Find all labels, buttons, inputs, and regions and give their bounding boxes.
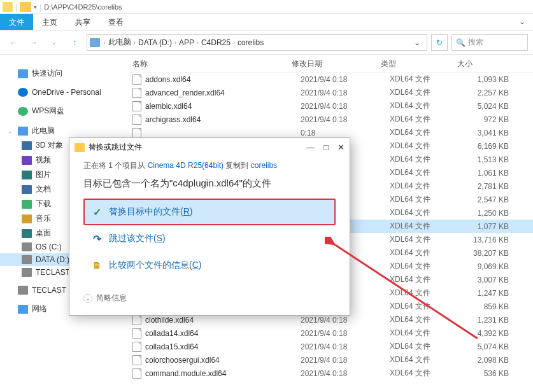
file-type: XDL64 文件 (390, 194, 466, 205)
minimize-button[interactable]: — (306, 143, 315, 152)
close-button[interactable]: ✕ (338, 143, 345, 152)
folder-icon (75, 143, 85, 152)
tab-home[interactable]: 主页 (33, 14, 66, 30)
file-size: 1,061 KB (466, 169, 528, 178)
file-type: XDL64 文件 (390, 341, 466, 352)
file-date: 0:18 (301, 129, 390, 137)
file-row[interactable]: alembic.xdl642021/9/4 0:18XDL64 文件5,024 … (127, 99, 533, 113)
recent-dropdown[interactable]: ⌄ (46, 34, 62, 51)
file-size: 6,169 KB (466, 142, 528, 151)
col-size[interactable]: 大小 (457, 59, 528, 69)
file-date: 2021/9/4 0:18 (301, 369, 390, 378)
chevron-right-icon[interactable]: › (195, 39, 200, 46)
star-icon (18, 69, 28, 78)
file-date: 2021/9/4 0:18 (301, 342, 390, 351)
chevron-right-icon[interactable]: › (103, 39, 107, 46)
chevron-down-icon: ⌄ (83, 294, 92, 303)
file-type: XDL64 文件 (390, 101, 466, 111)
separator: | (15, 3, 17, 11)
col-type[interactable]: 类型 (381, 59, 457, 69)
tab-view[interactable]: 查看 (99, 14, 132, 30)
file-icon (132, 368, 141, 379)
file-date: 2021/9/4 0:18 (301, 75, 390, 84)
crumb-c4dr25[interactable]: C4DR25 (201, 38, 231, 47)
file-type: XDL64 文件 (390, 207, 466, 218)
overflow-menu[interactable]: ▾ (34, 4, 37, 10)
file-type: XDL64 文件 (390, 167, 466, 178)
file-type: XDL64 文件 (390, 221, 466, 232)
sidebar-wps[interactable]: WPS网盘 (0, 104, 127, 118)
network-icon (18, 305, 28, 314)
crumb-drive[interactable]: DATA (D:) (138, 38, 172, 47)
col-name[interactable]: 名称 (132, 59, 292, 69)
file-row[interactable]: collada15.xdl642021/9/4 0:18XDL64 文件5,07… (127, 340, 533, 353)
file-icon (132, 355, 141, 365)
ribbon-collapse[interactable]: ⌄ (511, 14, 533, 30)
file-date: 2021/9/4 0:18 (301, 102, 390, 111)
file-size: 536 KB (466, 369, 528, 378)
file-size: 2,257 KB (466, 88, 528, 97)
option-compare[interactable]: 🗎 比较两个文件的信息(C) (83, 252, 336, 279)
file-icon (132, 328, 141, 339)
file-row[interactable]: addons.xdl642021/9/4 0:18XDL64 文件1,093 K… (127, 73, 533, 86)
up-button[interactable]: ↑ (66, 34, 83, 51)
option-replace[interactable]: ✓ 替换目标中的文件(R) (83, 199, 336, 225)
chevron-right-icon[interactable]: › (173, 39, 178, 46)
window-path: D:\APP\C4DR25\corelibs (44, 3, 122, 11)
file-name: command.module.xdl64 (145, 369, 301, 378)
crumb-app[interactable]: APP (179, 38, 194, 47)
file-row[interactable]: archigrass.xdl642021/9/4 0:18XDL64 文件972… (127, 113, 533, 126)
file-row[interactable]: advanced_render.xdl642021/9/4 0:18XDL64 … (127, 86, 533, 99)
dest-link[interactable]: corelibs (251, 161, 277, 170)
column-headers[interactable]: 名称 修改日期 类型 大小 (127, 55, 533, 73)
dialog-title-text: 替换或跳过文件 (89, 142, 142, 153)
file-name: collada14.xdl64 (145, 329, 301, 338)
file-name: advanced_render.xdl64 (145, 88, 301, 97)
dialog-footer[interactable]: ⌄ 简略信息 (69, 285, 350, 311)
breadcrumb-dropdown[interactable]: ⌄ (410, 38, 424, 47)
file-size: 972 KB (466, 115, 528, 124)
file-icon (132, 115, 141, 125)
drive-icon (22, 255, 32, 264)
cloud-icon (18, 88, 28, 97)
tab-file[interactable]: 文件 (0, 14, 33, 30)
forward-button: → (25, 34, 42, 51)
file-type: XDL64 文件 (390, 154, 466, 165)
sidebar-thispc[interactable]: ⌄此电脑 (0, 123, 127, 138)
source-link[interactable]: Cinema 4D R25(64bit) (148, 161, 224, 170)
chevron-right-icon[interactable]: › (132, 39, 137, 46)
download-icon (22, 200, 32, 209)
file-row[interactable]: collada14.xdl642021/9/4 0:18XDL64 文件4,39… (127, 326, 533, 340)
maximize-button[interactable]: □ (323, 143, 329, 152)
crumb-root[interactable]: 此电脑 (108, 37, 131, 48)
file-row[interactable]: command.module.xdl642021/9/4 0:18XDL64 文… (127, 367, 533, 380)
file-size: 1,093 KB (466, 75, 528, 84)
file-size: 13,716 KB (466, 235, 528, 244)
file-type: XDL64 文件 (390, 181, 466, 192)
crumb-corelibs[interactable]: corelibs (238, 38, 264, 47)
sidebar-quick-access[interactable]: 快速访问 (0, 66, 127, 81)
dialog-titlebar: 替换或跳过文件 — □ ✕ (69, 138, 350, 157)
option-skip[interactable]: ↷ 跳过该文件(S) (83, 225, 336, 252)
file-size: 5,024 KB (466, 102, 528, 111)
sidebar-onedrive[interactable]: OneDrive - Personal (0, 86, 127, 99)
search-input[interactable]: 🔍 搜索 (451, 34, 528, 51)
chevron-right-icon[interactable]: › (232, 39, 236, 46)
file-type: XDL64 文件 (390, 274, 466, 285)
file-icon (132, 101, 141, 111)
tab-share[interactable]: 共享 (66, 14, 99, 30)
breadcrumb[interactable]: › 此电脑 › DATA (D:) › APP › C4DR25 › corel… (87, 34, 427, 51)
window-titlebar: | ▾ | D:\APP\C4DR25\corelibs (0, 0, 533, 14)
file-type: XDL64 文件 (390, 141, 466, 151)
file-row[interactable]: colorchoosergui.xdl642021/9/4 0:18XDL64 … (127, 353, 533, 367)
back-button[interactable]: ← (5, 34, 22, 51)
music-icon (22, 214, 32, 223)
file-name: collada15.xdl64 (145, 342, 301, 351)
file-date: 2021/9/4 0:18 (301, 88, 390, 97)
refresh-button[interactable]: ↻ (431, 34, 448, 51)
search-placeholder: 搜索 (468, 37, 483, 48)
pc-icon (18, 127, 28, 136)
folder-icon (3, 2, 13, 12)
pc-icon (90, 38, 100, 47)
col-date[interactable]: 修改日期 (292, 59, 381, 69)
